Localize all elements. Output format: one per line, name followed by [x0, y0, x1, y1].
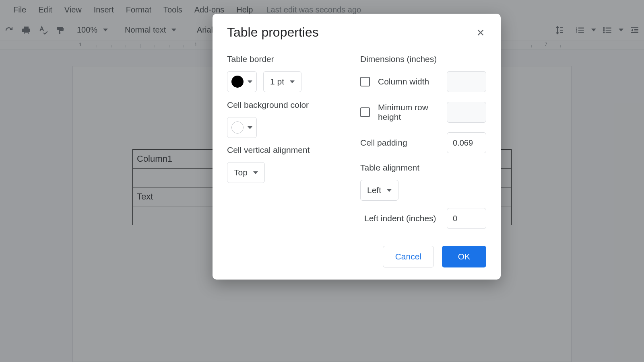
chevron-down-icon — [248, 80, 252, 83]
table-alignment-label: Table alignment — [360, 163, 486, 173]
close-button[interactable] — [475, 27, 486, 38]
table-alignment-dropdown[interactable]: Left — [360, 180, 398, 201]
valign-value: Top — [234, 168, 248, 177]
cell-bg-dropdown[interactable] — [227, 117, 257, 138]
valign-label: Cell vertical alignment — [227, 145, 353, 155]
close-icon — [476, 28, 485, 37]
dialog-title: Table properties — [227, 25, 319, 40]
column-width-text: Column width — [378, 77, 429, 86]
chevron-down-icon — [290, 80, 295, 83]
cell-padding-input[interactable] — [447, 132, 486, 153]
dimensions-label: Dimensions (inches) — [360, 54, 486, 64]
cell-padding-label: Cell padding — [360, 138, 407, 148]
chevron-down-icon — [248, 126, 252, 129]
row-height-input[interactable] — [447, 102, 486, 123]
left-indent-label: Left indent (inches) — [360, 214, 436, 223]
valign-dropdown[interactable]: Top — [227, 162, 265, 183]
chevron-down-icon — [387, 189, 392, 192]
checkbox-icon — [360, 107, 370, 117]
checkbox-icon — [360, 77, 370, 86]
row-height-checkbox-label[interactable]: Minimum row height — [360, 103, 447, 122]
column-width-checkbox-label[interactable]: Column width — [360, 77, 429, 86]
chevron-down-icon — [253, 171, 258, 174]
cell-bg-label: Cell background color — [227, 100, 353, 110]
border-width-dropdown[interactable]: 1 pt — [263, 71, 301, 92]
table-border-label: Table border — [227, 54, 353, 64]
border-color-dropdown[interactable] — [227, 71, 257, 92]
ok-button[interactable]: OK — [442, 246, 486, 267]
row-height-text: Minimum row height — [378, 103, 447, 122]
dialog-left-column: Table border 1 pt Cell background color — [227, 54, 353, 229]
table-alignment-value: Left — [367, 185, 381, 195]
dialog-right-column: Dimensions (inches) Column width Minimum… — [360, 54, 486, 229]
cancel-button[interactable]: Cancel — [383, 246, 434, 267]
border-width-value: 1 pt — [270, 77, 284, 86]
table-properties-dialog: Table properties Table border 1 pt Cell … — [213, 14, 501, 280]
column-width-input[interactable] — [447, 71, 486, 92]
color-swatch-icon — [231, 76, 244, 88]
left-indent-input[interactable] — [447, 208, 486, 229]
color-swatch-icon — [231, 121, 244, 134]
